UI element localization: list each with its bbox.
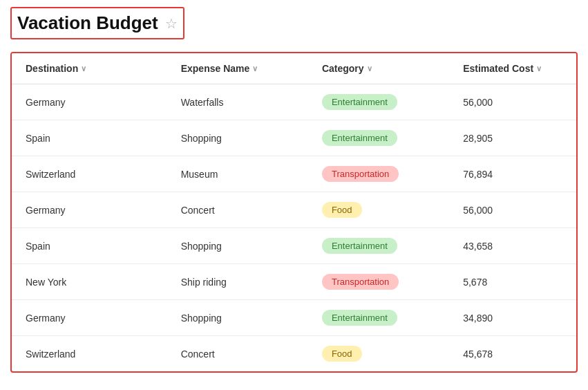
col-header-destination[interactable]: Destination ∨ [12,53,167,84]
cell-expense-name: Shopping [167,228,308,264]
category-badge: Entertainment [322,238,397,254]
cell-category: Food [308,336,449,372]
table-row: Spain Shopping Entertainment 28,905 [12,120,576,156]
cell-expense-name: Shopping [167,120,308,156]
col-header-estimated-cost[interactable]: Estimated Cost ∨ [449,53,576,84]
cell-estimated-cost: 5,678 [449,264,576,300]
cell-category: Food [308,192,449,228]
cell-destination: Germany [12,192,167,228]
cell-destination: Switzerland [12,156,167,192]
category-badge: Transportation [322,274,399,290]
chevron-down-icon: ∨ [252,64,258,73]
title-area: Vacation Budget ☆ [10,7,184,39]
budget-table-container: Destination ∨ Expense Name ∨ Category ∨ [10,52,578,373]
cell-estimated-cost: 43,658 [449,228,576,264]
category-badge: Transportation [322,166,399,182]
table-row: Germany Shopping Entertainment 34,890 [12,300,576,336]
table-row: Germany Waterfalls Entertainment 56,000 [12,84,576,120]
cell-estimated-cost: 56,000 [449,192,576,228]
table-header-row: Destination ∨ Expense Name ∨ Category ∨ [12,53,576,84]
col-header-expense-name[interactable]: Expense Name ∨ [167,53,308,84]
cell-destination: New York [12,264,167,300]
cell-category: Entertainment [308,300,449,336]
cell-category: Transportation [308,156,449,192]
chevron-down-icon: ∨ [367,64,372,73]
table-row: Switzerland Museum Transportation 76,894 [12,156,576,192]
page-title: Vacation Budget [17,12,158,34]
cell-category: Entertainment [308,120,449,156]
col-header-category[interactable]: Category ∨ [308,53,449,84]
cell-expense-name: Concert [167,192,308,228]
cell-estimated-cost: 56,000 [449,84,576,120]
cell-destination: Switzerland [12,336,167,372]
cell-category: Entertainment [308,84,449,120]
cell-expense-name: Concert [167,336,308,372]
cell-expense-name: Museum [167,156,308,192]
table-row: Switzerland Concert Food 45,678 [12,336,576,372]
cell-expense-name: Waterfalls [167,84,308,120]
cell-destination: Germany [12,300,167,336]
cell-estimated-cost: 28,905 [449,120,576,156]
table-row: Germany Concert Food 56,000 [12,192,576,228]
chevron-down-icon: ∨ [536,64,542,73]
cell-destination: Spain [12,120,167,156]
cell-estimated-cost: 34,890 [449,300,576,336]
cell-category: Entertainment [308,228,449,264]
cell-category: Transportation [308,264,449,300]
cell-estimated-cost: 76,894 [449,156,576,192]
category-badge: Entertainment [322,130,397,146]
cell-expense-name: Shopping [167,300,308,336]
chevron-down-icon: ∨ [81,64,86,73]
budget-table: Destination ∨ Expense Name ∨ Category ∨ [12,53,576,371]
cell-destination: Spain [12,228,167,264]
category-badge: Entertainment [322,94,397,110]
star-icon[interactable]: ☆ [165,15,178,32]
table-row: Spain Shopping Entertainment 43,658 [12,228,576,264]
category-badge: Food [322,346,362,362]
cell-expense-name: Ship riding [167,264,308,300]
cell-estimated-cost: 45,678 [449,336,576,372]
table-row: New York Ship riding Transportation 5,67… [12,264,576,300]
category-badge: Food [322,202,362,218]
cell-destination: Germany [12,84,167,120]
category-badge: Entertainment [322,310,397,326]
